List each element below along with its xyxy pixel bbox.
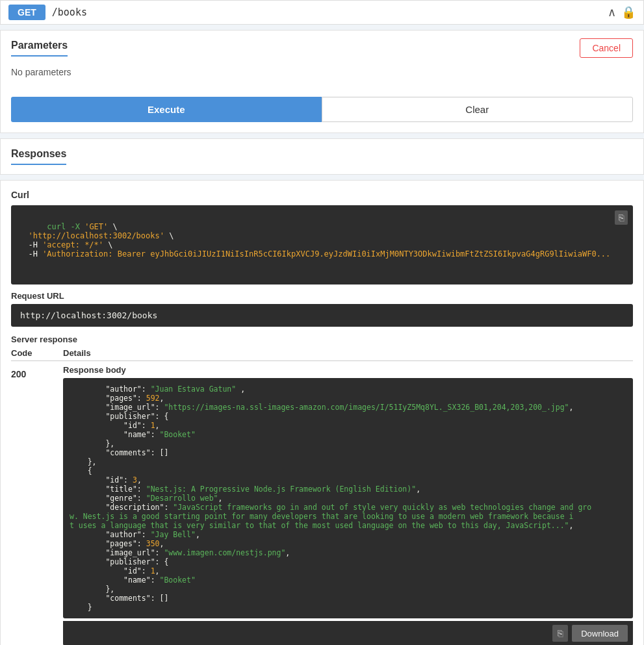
details-column-header: Details bbox=[63, 348, 91, 358]
response-body-label: Response body bbox=[63, 365, 633, 375]
parameters-section: Parameters Cancel No parameters Execute … bbox=[0, 30, 644, 133]
endpoint-header: GET /books ∧ 🔒 bbox=[0, 0, 644, 25]
response-details: Response body "author": "Juan Estava Gat… bbox=[63, 365, 633, 645]
response-row: 200 Response body "author": "Juan Estava… bbox=[11, 365, 633, 645]
response-body-box: "author": "Juan Estava Gatun" , "pages":… bbox=[63, 378, 633, 618]
action-buttons: Execute Clear bbox=[1, 90, 643, 133]
chevron-up-icon[interactable]: ∧ bbox=[608, 5, 616, 19]
curl-section: Curl curl -X 'GET' \ 'http://localhost:3… bbox=[0, 180, 644, 645]
curl-box: curl -X 'GET' \ 'http://localhost:3002/b… bbox=[11, 205, 633, 285]
response-table-header: Code Details bbox=[11, 348, 633, 361]
download-button[interactable]: Download bbox=[572, 625, 628, 642]
parameters-title: Parameters bbox=[11, 40, 68, 57]
clear-button[interactable]: Clear bbox=[322, 97, 634, 122]
server-response-label: Server response bbox=[11, 335, 633, 344]
request-url-box: http://localhost:3002/books bbox=[11, 304, 633, 327]
lock-icon[interactable]: 🔒 bbox=[621, 5, 636, 19]
endpoint-right: ∧ 🔒 bbox=[608, 5, 636, 19]
response-json: "author": "Juan Estava Gatun" , "pages":… bbox=[70, 385, 591, 612]
main-container: GET /books ∧ 🔒 Parameters Cancel No para… bbox=[0, 0, 644, 645]
curl-label: Curl bbox=[11, 190, 633, 200]
execute-button[interactable]: Execute bbox=[11, 97, 322, 122]
responses-title: Responses bbox=[11, 148, 66, 165]
cancel-button[interactable]: Cancel bbox=[580, 38, 633, 58]
endpoint-path: /books bbox=[52, 6, 87, 18]
code-column-header: Code bbox=[11, 348, 63, 358]
responses-section: Responses bbox=[0, 138, 644, 175]
response-code: 200 bbox=[11, 365, 63, 379]
endpoint-left: GET /books bbox=[8, 5, 87, 20]
response-copy-button[interactable]: ⎘ bbox=[552, 625, 568, 642]
parameters-header: Parameters Cancel bbox=[1, 31, 643, 58]
curl-text: curl -X 'GET' \ 'http://localhost:3002/b… bbox=[19, 222, 610, 259]
response-actions: ⎘ Download bbox=[63, 621, 633, 645]
curl-copy-button[interactable]: ⎘ bbox=[615, 210, 628, 225]
method-badge[interactable]: GET bbox=[8, 5, 45, 20]
request-url-label: Request URL bbox=[11, 291, 633, 301]
no-params-text: No parameters bbox=[1, 58, 643, 90]
